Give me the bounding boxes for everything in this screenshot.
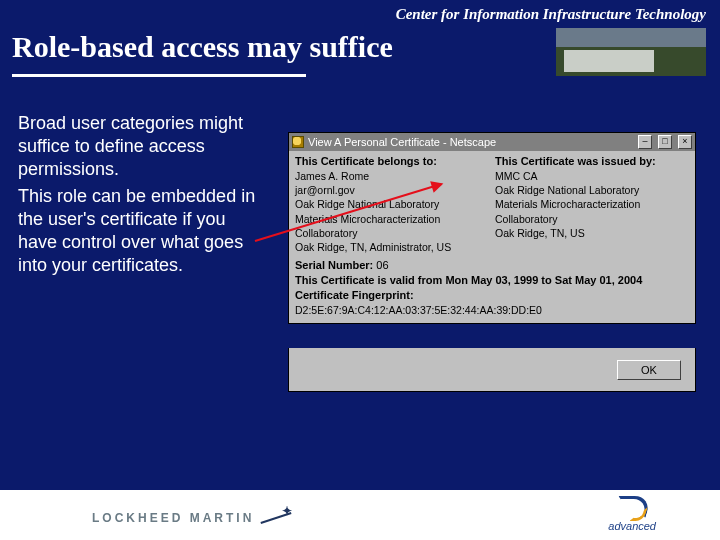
validity-value: Mon May 03, 1999 to Sat May 01, 2004 [445,274,642,286]
close-button[interactable]: × [678,135,692,149]
certificate-icon [292,136,304,148]
maximize-button[interactable]: □ [658,135,672,149]
fingerprint-label: Certificate Fingerprint: [295,289,414,301]
belongs-line: Oak Ridge, TN, Administrator, US [295,240,489,254]
advanced-logo: advanced [608,496,656,532]
dialog-button-bar: OK [288,348,696,392]
issued-line: Materials Microcharacterization [495,197,689,211]
issued-line: MMC CA [495,169,689,183]
building-photo [556,28,706,76]
issued-column: MMC CA Oak Ridge National Laboratory Mat… [495,169,689,254]
belongs-line: Collaboratory [295,226,489,240]
body-p1: Broad user categories might suffice to d… [18,112,266,181]
serial-label: Serial Number: [295,259,373,271]
issued-line: Oak Ridge, TN, US [495,226,689,240]
slide-title: Role-based access may suffice [12,30,393,64]
swoosh-icon [612,496,653,518]
body-p2: This role can be embedded in the user's … [18,185,266,277]
validity-label: This Certificate is valid from [295,274,445,286]
ok-button[interactable]: OK [617,360,681,380]
belongs-line: jar@ornl.gov [295,183,489,197]
footer-bar: LOCKHEED MARTIN advanced [0,490,720,540]
lockheed-martin-logo: LOCKHEED MARTIN [92,508,296,528]
issued-header: This Certificate was issued by: [495,155,689,167]
belongs-column: James A. Rome jar@ornl.gov Oak Ridge Nat… [295,169,495,254]
body-text: Broad user categories might suffice to d… [18,112,266,281]
lm-star-icon [260,508,296,528]
title-underline [12,74,306,77]
dialog-titlebar[interactable]: View A Personal Certificate - Netscape –… [289,133,695,151]
belongs-line: James A. Rome [295,169,489,183]
header-org: Center for Information Infrastructure Te… [396,6,706,23]
fingerprint-value: D2:5E:67:9A:C4:12:AA:03:37:5E:32:44:AA:3… [295,303,689,317]
issued-line: Oak Ridge National Laboratory [495,183,689,197]
belongs-header: This Certificate belongs to: [295,155,495,167]
lm-text: LOCKHEED MARTIN [92,511,254,525]
advanced-text: advanced [608,520,656,532]
issued-line: Collaboratory [495,212,689,226]
serial-value: 06 [373,259,388,271]
minimize-button[interactable]: – [638,135,652,149]
dialog-title: View A Personal Certificate - Netscape [308,136,632,148]
certificate-dialog: View A Personal Certificate - Netscape –… [288,132,696,324]
